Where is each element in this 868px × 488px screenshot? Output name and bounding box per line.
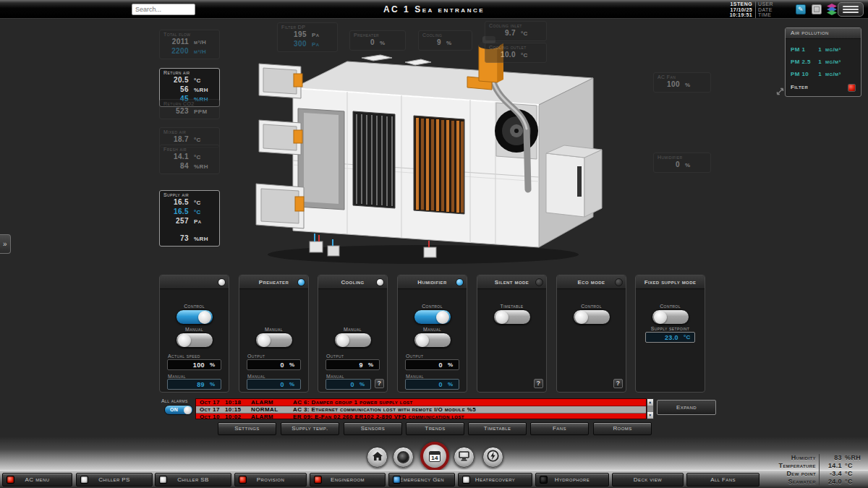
- unit: °C: [680, 334, 694, 341]
- value: 89: [168, 381, 206, 388]
- tab-sensors[interactable]: Sensors: [344, 422, 402, 435]
- card-cooling: Cooling Manual Output 9% Manual 0% ?: [318, 275, 388, 393]
- scroll-down-icon[interactable]: ▼: [647, 412, 653, 419]
- button-label: Hydrophore: [555, 476, 590, 483]
- manual-toggle[interactable]: [334, 333, 372, 348]
- tab-timetable[interactable]: Timetable: [468, 422, 527, 435]
- footer-button-heatrecovery[interactable]: Heatrecovery: [458, 473, 532, 487]
- menu-button[interactable]: [838, 2, 864, 17]
- card-title: Cooling: [341, 279, 364, 286]
- tab-fans[interactable]: Fans: [530, 422, 589, 435]
- timetable-toggle[interactable]: [493, 309, 531, 325]
- help-button[interactable]: ?: [613, 379, 623, 388]
- footer-button-emergency-gen[interactable]: Emergency Gen: [388, 473, 455, 487]
- control-toggle[interactable]: [652, 309, 689, 325]
- unit: m³/H: [194, 38, 216, 47]
- card-header: Humidifier: [398, 275, 467, 289]
- value: 73: [163, 234, 194, 244]
- alarm-scrollbar[interactable]: ▲ ▼: [647, 398, 654, 419]
- all-alarms-toggle[interactable]: ON: [164, 405, 193, 415]
- value: 9: [422, 38, 446, 48]
- dial-button[interactable]: [393, 447, 414, 468]
- network-button[interactable]: [454, 447, 475, 468]
- help-button[interactable]: ?: [375, 379, 384, 388]
- panel-title: Return air: [163, 69, 216, 76]
- footer-button-hydrophore[interactable]: Hydrophore: [535, 473, 609, 487]
- manual-toggle[interactable]: [176, 333, 213, 348]
- scroll-up-icon[interactable]: ▲: [647, 399, 653, 406]
- actual-speed-label: Actual speed: [168, 354, 200, 359]
- supply-setpoint-input[interactable]: 23.0°C: [645, 332, 695, 343]
- unit: °C: [521, 29, 542, 38]
- help-button[interactable]: ?: [534, 379, 543, 388]
- alarm-row[interactable]: Oct 10 10:02 ALARM ER 09: E-Fan 02 260 E…: [196, 414, 646, 419]
- status-led: [393, 476, 401, 484]
- value: 56: [163, 85, 194, 95]
- power-button[interactable]: [482, 447, 503, 468]
- footer-button-all-fans[interactable]: All Fans: [686, 473, 760, 487]
- home-button[interactable]: [367, 447, 388, 468]
- sidebar-expand-button[interactable]: »: [0, 234, 11, 254]
- card-title: Silent mode: [495, 279, 529, 286]
- alarm-status: NORMAL: [251, 406, 293, 414]
- panel-title: AC Fan: [658, 74, 707, 80]
- panel-cooling-output: Cooling 9%: [418, 30, 472, 51]
- setpoint-value: 300: [281, 40, 312, 49]
- manual-toggle[interactable]: [255, 333, 293, 348]
- manual-setpoint-input[interactable]: 0%: [247, 379, 301, 390]
- control-label: Control: [636, 304, 705, 309]
- alarm-message: AC 3: Ethernet communication lost with r…: [293, 406, 646, 414]
- layers-icon[interactable]: [826, 4, 838, 15]
- control-toggle[interactable]: [573, 309, 610, 325]
- dew-point-label: Dew point: [749, 470, 816, 478]
- control-toggle[interactable]: [176, 309, 213, 325]
- date-label: DATE: [758, 7, 781, 13]
- pm25-value: 1: [815, 56, 825, 68]
- tab-settings[interactable]: Settings: [218, 422, 276, 435]
- manual-setpoint-input[interactable]: 89%: [167, 379, 221, 390]
- humidity-label: Humidity: [749, 454, 816, 462]
- alarm-row[interactable]: Oct 17 10:15 NORMAL AC 3: Ethernet commu…: [196, 406, 646, 414]
- value: 10.0: [489, 51, 521, 60]
- calendar-button[interactable]: 14: [420, 442, 449, 471]
- temperature-label: Temperature: [749, 462, 816, 470]
- tab-rooms[interactable]: Rooms: [593, 422, 652, 435]
- toggle-knob: [416, 334, 429, 347]
- edit-icon[interactable]: ✎: [796, 4, 806, 14]
- footer-button-engineroom[interactable]: Engineroom: [310, 473, 386, 487]
- footer-button-deck-view[interactable]: Deck view: [612, 473, 684, 487]
- footer-button-provision[interactable]: Provision: [234, 473, 307, 487]
- card-humidifier: Humidifier Control Manual Output 0% Manu…: [397, 275, 467, 393]
- value: 195: [281, 30, 312, 40]
- manual-setpoint-input[interactable]: 0%: [405, 379, 459, 390]
- card-header: Fixed supply mode: [636, 275, 705, 289]
- manual-setpoint-input[interactable]: 0%: [326, 379, 371, 390]
- footer-button-chiller-ps[interactable]: Chiller PS: [76, 473, 153, 487]
- unit: %: [286, 381, 300, 388]
- footer-button-ac-menu[interactable]: AC menu: [2, 473, 72, 487]
- panel-total-flow: Total flow 2011m³/H 2200m³/H: [159, 30, 220, 59]
- output-label: Output: [247, 354, 265, 359]
- control-toggle[interactable]: [414, 309, 451, 325]
- footer-button-chiller-sb[interactable]: Chiller SB: [155, 473, 231, 487]
- expand-button[interactable]: Expand: [657, 400, 716, 415]
- user-label: USER: [758, 1, 781, 7]
- alarm-date: Oct 10: [196, 414, 225, 419]
- unit: °C: [194, 135, 216, 145]
- tab-supply-temp[interactable]: Supply temp.: [281, 422, 339, 435]
- panel-title: Cooling outlet: [489, 44, 542, 51]
- status-indicator: [535, 278, 543, 286]
- manual-label: Manual: [318, 327, 387, 332]
- manual-toggle[interactable]: [414, 333, 451, 348]
- alarm-message: AC 6: Damper group 1 power supply lost: [293, 399, 646, 406]
- window-icon[interactable]: [812, 4, 822, 14]
- unit: %: [206, 381, 221, 388]
- alarm-row[interactable]: Oct 17 10:18 ALARM AC 6: Damper group 1 …: [196, 399, 646, 406]
- tab-trends[interactable]: Trends: [406, 422, 464, 435]
- move-handle-icon[interactable]: [775, 86, 785, 99]
- scada-screen: AC 1 Sea entrance 1STENGUSER 17/10/25DAT…: [0, 0, 868, 488]
- all-alarms-label: All alarms: [161, 398, 188, 403]
- panel-title: Supply air: [163, 192, 216, 198]
- pm25-label: PM 2.5: [791, 56, 815, 68]
- unit: %: [446, 38, 468, 48]
